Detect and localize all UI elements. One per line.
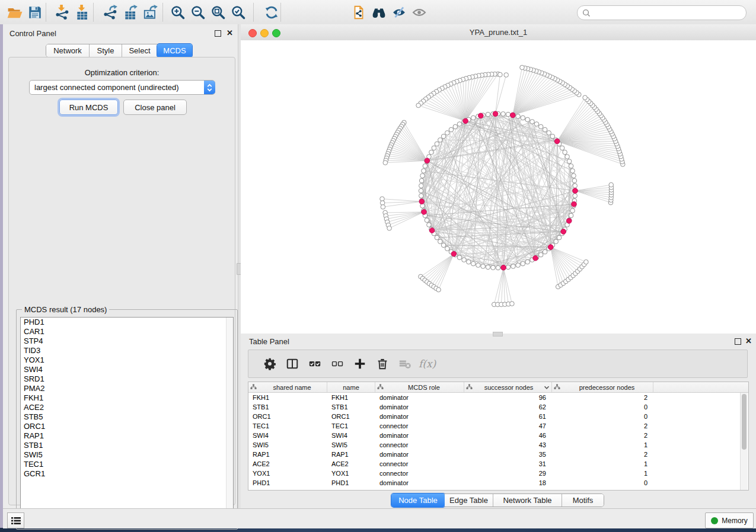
import-table-button[interactable] — [72, 2, 92, 23]
tab-mcds[interactable]: MCDS — [157, 44, 192, 57]
mcds-result-item[interactable]: GCR1 — [21, 469, 233, 479]
delete-column-button[interactable] — [371, 352, 394, 375]
list-icon — [11, 517, 21, 525]
network-window-titlebar[interactable]: YPA_prune.txt_1 — [241, 24, 756, 41]
zoom-selected-button[interactable] — [228, 2, 248, 23]
toolbar-separator — [253, 3, 254, 21]
mcds-result-item[interactable]: ACE2 — [21, 403, 233, 412]
zoom-in-button[interactable] — [168, 2, 188, 23]
import-network-button[interactable] — [52, 2, 72, 23]
mcds-tab-content: Optimization criterion: largest connecte… — [8, 57, 235, 505]
tab-network-table[interactable]: Network Table — [493, 494, 562, 507]
zoom-out-button[interactable] — [188, 2, 208, 23]
column-header-shared-name[interactable]: shared name — [248, 382, 327, 392]
column-header-successor-nodes[interactable]: successor nodes — [464, 382, 552, 392]
show-all-button[interactable] — [409, 2, 429, 23]
mcds-result-item[interactable]: RAP1 — [21, 431, 233, 441]
table-settings-button[interactable] — [259, 352, 281, 375]
share-document-button[interactable] — [349, 2, 369, 23]
table-panel-title: Table Panel — [249, 337, 289, 346]
select-stepper-icon — [204, 81, 215, 94]
export-table-button[interactable] — [120, 2, 141, 23]
mcds-result-item[interactable]: CAR1 — [21, 327, 233, 336]
search-input[interactable] — [594, 7, 741, 18]
column-header-MCDS-role[interactable]: MCDS role — [375, 382, 464, 392]
select-all-button[interactable] — [304, 352, 326, 375]
network-window: YPA_prune.txt_1 — [241, 24, 756, 334]
export-network-button[interactable] — [100, 2, 120, 23]
task-history-button[interactable] — [7, 512, 24, 528]
import-network-icon — [55, 5, 70, 20]
tab-node-table[interactable]: Node Table — [391, 493, 445, 507]
mcds-result-item[interactable]: YOX1 — [21, 355, 233, 365]
table-row[interactable]: SWI4SWI4dominator462 — [248, 431, 748, 440]
float-table-panel-icon[interactable] — [735, 338, 741, 345]
hide-selected-button[interactable] — [389, 2, 409, 23]
table-row[interactable]: FKH1FKH1dominator962 — [248, 393, 748, 402]
column-visibility-button[interactable] — [281, 352, 304, 375]
table-row[interactable]: RAP1RAP1dominator352 — [248, 450, 748, 459]
shared-column-icon — [554, 384, 563, 391]
scrollbar-thumb[interactable] — [742, 394, 747, 450]
mcds-result-item[interactable]: SWI5 — [21, 450, 233, 460]
mcds-result-item[interactable]: SRD1 — [21, 374, 233, 384]
node-table-scrollbar[interactable] — [740, 393, 748, 490]
table-row[interactable]: YOX1YOX1connector291 — [248, 469, 748, 478]
table-panel: Table Panel ✕ f(x) shared namenameMCDS r… — [241, 334, 756, 508]
table-row[interactable]: TEC1TEC1connector472 — [248, 421, 748, 431]
table-row[interactable]: ACE2ACE2connector311 — [248, 459, 748, 469]
shared-column-icon — [377, 384, 386, 391]
table-row[interactable]: PHD1PHD1dominator180 — [248, 478, 748, 488]
close-table-panel-icon[interactable]: ✕ — [745, 338, 752, 344]
tab-motifs[interactable]: Motifs — [562, 494, 604, 507]
horizontal-splitter-handle[interactable] — [493, 332, 503, 336]
table-row[interactable]: ORC1ORC1dominator610 — [248, 412, 748, 421]
node-table: shared namenameMCDS rolesuccessor nodesp… — [248, 382, 749, 491]
optimization-criterion-select[interactable]: largest connected component (undirected) — [29, 80, 215, 95]
mcds-result-item[interactable]: TEC1 — [21, 460, 233, 469]
mcds-result-item[interactable]: TID3 — [21, 346, 233, 355]
deselect-all-button[interactable] — [326, 352, 349, 375]
zoom-selected-icon — [231, 5, 246, 20]
zoom-fit-button[interactable] — [208, 2, 228, 23]
tab-style[interactable]: Style — [90, 44, 122, 57]
toolbar-separator — [46, 3, 46, 21]
save-session-button[interactable] — [25, 2, 45, 23]
select-all-icon — [308, 357, 321, 370]
zoom-in-icon — [170, 5, 186, 20]
network-canvas[interactable] — [241, 40, 756, 334]
mcds-result-item[interactable]: STB5 — [21, 412, 233, 422]
memory-button[interactable]: Memory — [705, 512, 754, 528]
refresh-view-button[interactable] — [261, 2, 282, 23]
mcds-result-list[interactable]: PHD1CAR1STP4TID3YOX1SWI4SRD1PMA2FKH1ACE2… — [20, 317, 234, 525]
open-file-button[interactable] — [5, 2, 25, 23]
run-mcds-button[interactable]: Run MCDS — [59, 100, 118, 115]
tab-edge-table[interactable]: Edge Table — [445, 494, 493, 507]
column-header-predecessor-nodes[interactable]: predecessor nodes — [552, 382, 653, 392]
add-column-button[interactable] — [349, 352, 371, 375]
float-panel-icon[interactable] — [215, 30, 221, 37]
search-box[interactable] — [577, 5, 747, 20]
mcds-result-item[interactable]: STB1 — [21, 441, 233, 450]
mcds-result-item[interactable]: STP4 — [21, 336, 233, 346]
table-row[interactable]: SWI5SWI5connector431 — [248, 440, 748, 450]
mcds-result-scrollbar[interactable] — [226, 318, 233, 524]
mcds-result-item[interactable]: FKH1 — [21, 393, 233, 403]
tab-select[interactable]: Select — [122, 44, 158, 57]
table-row[interactable]: STB1STB1dominator620 — [248, 402, 748, 412]
mcds-result-item[interactable]: PMA2 — [21, 384, 233, 393]
mcds-result-item[interactable]: ORC1 — [21, 422, 233, 431]
search-network-icon — [371, 5, 387, 20]
tab-network[interactable]: Network — [46, 44, 90, 57]
close-panel-button[interactable]: Close panel — [123, 100, 187, 115]
export-image-button[interactable] — [141, 2, 161, 23]
mcds-result-item[interactable]: PHD1 — [21, 318, 233, 327]
sort-desc-icon — [543, 384, 550, 391]
column-header-name[interactable]: name — [327, 382, 375, 392]
node-table-header: shared namenameMCDS rolesuccessor nodesp… — [248, 382, 748, 393]
add-column-icon — [353, 357, 366, 370]
mcds-result-item[interactable]: SWI4 — [21, 365, 233, 374]
deselect-all-icon — [331, 357, 344, 370]
close-panel-icon[interactable]: ✕ — [227, 30, 233, 36]
search-network-button[interactable] — [369, 2, 389, 23]
